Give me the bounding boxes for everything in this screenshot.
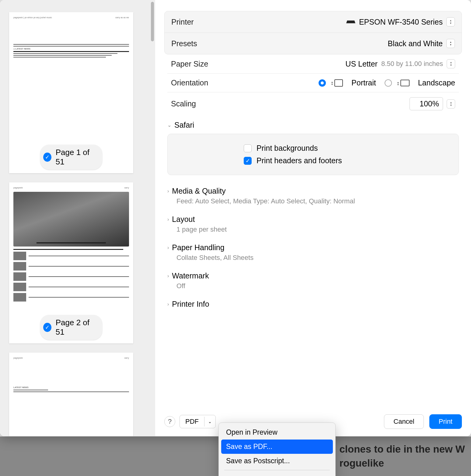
section-paper-sub: Collate Sheets, All Sheets [167, 254, 459, 266]
paper-size-select[interactable]: US Letter 8.50 by 11.00 inches ▴▾ [345, 59, 455, 68]
paper-size-dim: 8.50 by 11.00 inches [381, 60, 443, 68]
chevron-right-icon: › [167, 245, 169, 250]
scrollbar-thumb[interactable] [151, 2, 154, 41]
safari-options: Print backgrounds ✓ Print headers and fo… [167, 134, 459, 175]
preview-page-3[interactable]: pagepeekcarry LATEST NEWS [9, 353, 133, 436]
print-backgrounds-label: Print backgrounds [256, 144, 318, 153]
checkbox-print-backgrounds[interactable] [244, 144, 252, 152]
menu-save-as-pdf[interactable]: Save as PDF... [221, 440, 333, 454]
chevron-right-icon: › [167, 273, 169, 279]
section-watermark-toggle[interactable]: › Watermark [167, 266, 459, 282]
print-options-panel: Printer EPSON WF-3540 Series ▴▾ Presets … [155, 0, 471, 436]
scaling-label: Scaling [171, 99, 196, 108]
printer-row: Printer EPSON WF-3540 Series ▴▾ [165, 11, 462, 33]
chevron-down-icon: ⌄ [204, 417, 215, 426]
bg-headline: clones to die in the new W [339, 443, 465, 455]
section-media-quality-toggle[interactable]: › Media & Quality [167, 181, 459, 197]
menu-separator [224, 470, 330, 470]
chevron-right-icon: › [167, 217, 169, 222]
page-badge-2[interactable]: ✓ Page 2 of 51 [40, 315, 102, 340]
section-mq-title: Media & Quality [172, 187, 225, 195]
check-icon: ✓ [43, 323, 51, 332]
portrait-icon [334, 79, 343, 87]
chevron-down-icon: ⌄ [167, 122, 171, 128]
printer-label: Printer [171, 18, 194, 26]
preview-page-1[interactable]: pagepeek | ye whice ye any joshel musicc… [9, 12, 133, 173]
section-printerinfo-title: Printer Info [172, 300, 209, 309]
cancel-button[interactable]: Cancel [384, 414, 424, 429]
print-button[interactable]: Print [429, 414, 462, 429]
orientation-row: Orientation Portrait Landscape [167, 74, 459, 92]
orientation-label: Orientation [171, 78, 208, 87]
print-headers-label: Print headers and footers [256, 156, 342, 165]
printer-settings-box: Printer EPSON WF-3540 Series ▴▾ Presets … [164, 11, 462, 54]
presets-select[interactable]: Black and White ▴▾ [388, 39, 455, 48]
printer-select[interactable]: EPSON WF-3540 Series ▴▾ [346, 17, 455, 26]
section-safari-toggle[interactable]: ⌄ Safari [167, 115, 459, 131]
section-paper-handling-toggle[interactable]: › Paper Handling [167, 238, 459, 254]
section-watermark-title: Watermark [172, 271, 209, 280]
section-layout-title: Layout [172, 215, 195, 224]
stepper-icon: ▴▾ [446, 17, 455, 26]
section-safari-title: Safari [174, 121, 194, 129]
section-watermark-sub: Off [167, 282, 459, 294]
options-list: Paper Size US Letter 8.50 by 11.00 inche… [164, 54, 462, 310]
check-icon: ✓ [43, 153, 51, 162]
checkbox-print-headers[interactable]: ✓ [244, 157, 252, 165]
orientation-landscape-label: Landscape [418, 78, 455, 87]
section-layout-sub: 1 page per sheet [167, 226, 459, 238]
pdf-menu: Open in Preview Save as PDF... Save as P… [218, 423, 336, 476]
presets-value: Black and White [388, 39, 443, 48]
scaling-input[interactable]: 100% [410, 97, 443, 110]
menu-more-indicator[interactable]: ⌄ [221, 472, 333, 476]
stepper-icon: ▴▾ [446, 39, 455, 48]
chevron-right-icon: › [167, 188, 169, 194]
paper-size-label: Paper Size [171, 60, 208, 68]
preview-page-2[interactable]: pagepeekcarry ✓ Page 2 of 51 [9, 182, 133, 343]
pdf-dropdown-button[interactable]: PDF ⌄ [180, 415, 216, 428]
printer-value: EPSON WF-3540 Series [359, 18, 443, 26]
chevron-right-icon: › [167, 302, 169, 307]
help-button[interactable]: ? [164, 416, 175, 427]
section-mq-sub: Feed: Auto Select, Media Type: Auto Sele… [167, 197, 459, 209]
page-badge-1[interactable]: ✓ Page 1 of 51 [40, 145, 102, 170]
section-printer-info-toggle[interactable]: › Printer Info [167, 294, 459, 310]
stepper-icon: ▴▾ [447, 59, 455, 68]
paper-size-value: US Letter [345, 60, 378, 68]
printer-icon [346, 19, 355, 25]
thumb-content: pagepeekcarry LATEST NEWS [13, 357, 129, 436]
stepper-icon[interactable]: ▴▾ [447, 99, 455, 109]
paper-size-row: Paper Size US Letter 8.50 by 11.00 inche… [167, 54, 459, 74]
bg-headline-2: roguelike [339, 457, 384, 469]
radio-portrait[interactable] [319, 79, 326, 87]
section-layout-toggle[interactable]: › Layout [167, 209, 459, 226]
landscape-icon [400, 80, 410, 86]
menu-open-in-preview[interactable]: Open in Preview [221, 425, 333, 440]
print-dialog: pagepeek | ye whice ye any joshel musicc… [0, 0, 471, 436]
menu-save-as-postscript[interactable]: Save as Postscript... [221, 454, 333, 468]
preview-sidebar[interactable]: pagepeek | ye whice ye any joshel musicc… [0, 0, 155, 436]
scaling-row: Scaling 100% ▴▾ [167, 92, 459, 115]
page-badge-label: Page 1 of 51 [56, 148, 96, 167]
pdf-label: PDF [180, 415, 204, 428]
radio-landscape[interactable] [385, 79, 392, 87]
section-paper-title: Paper Handling [172, 243, 224, 252]
presets-label: Presets [171, 39, 197, 48]
page-badge-label: Page 2 of 51 [56, 318, 96, 337]
presets-row: Presets Black and White ▴▾ [165, 33, 462, 54]
orientation-portrait-label: Portrait [351, 78, 376, 87]
